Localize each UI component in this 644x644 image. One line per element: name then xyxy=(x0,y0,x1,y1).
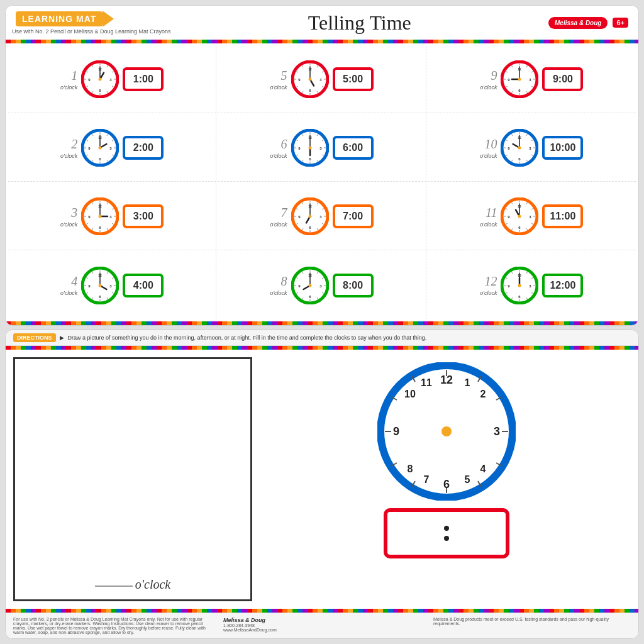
top-panel: LEARNING MAT Use with No. 2 Pencil or Me… xyxy=(5,5,639,326)
big-time-box xyxy=(384,508,509,558)
time-box: 11:00 xyxy=(542,204,583,228)
oclock-label: o'clock xyxy=(270,221,287,228)
clock-number: 1 xyxy=(65,69,77,83)
brand-badge: Melissa & Doug xyxy=(548,17,608,29)
clock-cell: 9o'clock123699:00 xyxy=(428,46,636,113)
clock-svg: 12369 xyxy=(291,60,329,98)
clock-number: 7 xyxy=(275,206,287,220)
clock-svg: 12369 xyxy=(81,267,119,304)
page-wrapper: LEARNING MAT Use with No. 2 Pencil or Me… xyxy=(0,0,644,644)
number-label-group: 3o'clock xyxy=(60,206,77,228)
clock-svg: 12369 xyxy=(81,60,119,98)
clock-svg: 12369 xyxy=(501,60,538,98)
clock-cell: 2o'clock123692:00 xyxy=(8,114,216,182)
svg-text:8: 8 xyxy=(408,464,413,474)
clock-cell: 8o'clock123698:00 xyxy=(218,252,426,319)
clock-svg: 12369 xyxy=(501,267,538,304)
bottom-content: o'clock xyxy=(6,350,638,609)
svg-text:5: 5 xyxy=(465,474,470,485)
clock-cell: 1o'clock123691:00 xyxy=(8,46,216,113)
svg-point-199 xyxy=(99,284,102,287)
clock-number: 5 xyxy=(275,69,287,83)
clock-number: 2 xyxy=(65,137,77,152)
clock-number: 9 xyxy=(484,69,497,83)
header-right: Melissa & Doug 6+ xyxy=(548,17,628,29)
footer-phone: 1-800-284-3948 xyxy=(223,623,421,628)
footer-brand: Melissa & Doug xyxy=(223,617,421,623)
svg-point-219 xyxy=(308,284,311,287)
svg-text:11: 11 xyxy=(421,377,432,388)
bottom-panel: DIRECTIONS ▶ Draw a picture of something… xyxy=(5,330,639,639)
dot-top xyxy=(444,526,449,531)
clock-number: 3 xyxy=(65,206,77,220)
clock-number: 10 xyxy=(484,137,497,152)
clock-cell: 3o'clock123693:00 xyxy=(8,183,216,250)
clock-svg: 12369 xyxy=(291,267,329,304)
oclock-bottom-label: o'clock xyxy=(95,577,170,592)
clock-cell: 12o'clock1236912:00 xyxy=(428,252,636,319)
header-subtitle: Use with No. 2 Pencil or Melissa & Doug … xyxy=(12,28,171,35)
time-box: 6:00 xyxy=(333,136,374,160)
oclock-label: o'clock xyxy=(480,84,497,91)
blank-line xyxy=(95,586,133,587)
clock-number: 6 xyxy=(275,137,287,152)
number-label-group: 8o'clock xyxy=(270,274,287,296)
clock-cell: 4o'clock123694:00 xyxy=(8,252,216,319)
time-box: 8:00 xyxy=(333,274,374,297)
oclock-label: o'clock xyxy=(270,84,287,91)
svg-point-59 xyxy=(518,78,521,81)
clock-cell: 5o'clock123695:00 xyxy=(218,46,426,113)
svg-text:7: 7 xyxy=(424,474,430,485)
svg-text:3: 3 xyxy=(494,425,500,438)
footer-bar: For use with No. 2 pencils or Melissa & … xyxy=(6,613,638,638)
number-label-group: 12o'clock xyxy=(480,274,497,296)
star-row-bottom xyxy=(6,321,638,325)
svg-text:2: 2 xyxy=(480,389,486,399)
svg-point-119 xyxy=(518,147,521,150)
header: LEARNING MAT Use with No. 2 Pencil or Me… xyxy=(6,6,638,40)
svg-text:4: 4 xyxy=(480,464,486,474)
clock-cell: 6o'clock123696:00 xyxy=(218,114,426,182)
number-label-group: 9o'clock xyxy=(480,69,497,91)
clock-cell: 11o'clock1236911:00 xyxy=(428,183,636,250)
clock-svg: 12369 xyxy=(81,197,119,235)
clock-number: 12 xyxy=(484,274,497,289)
learning-mat-badge: LEARNING MAT xyxy=(16,11,103,26)
number-label-group: 10o'clock xyxy=(480,137,497,159)
clock-cell: 10o'clock1236910:00 xyxy=(428,114,636,182)
time-box: 9:00 xyxy=(542,67,583,91)
number-label-group: 1o'clock xyxy=(60,69,77,91)
directions-text: Draw a picture of something you do in th… xyxy=(68,335,427,341)
number-label-group: 2o'clock xyxy=(60,137,77,159)
time-box: 4:00 xyxy=(123,274,164,297)
time-box: 10:00 xyxy=(542,136,583,160)
number-label-group: 7o'clock xyxy=(270,206,287,228)
oclock-label: o'clock xyxy=(270,153,287,159)
svg-text:6: 6 xyxy=(443,478,450,491)
age-badge: 6+ xyxy=(613,18,628,28)
clock-number: 11 xyxy=(484,206,497,220)
oclock-label: o'clock xyxy=(480,221,497,228)
svg-point-99 xyxy=(308,147,311,150)
right-section: 12 6 3 9 2 10 8 4 1 11 7 5 xyxy=(262,357,631,601)
colon-dots xyxy=(444,526,449,541)
dot-bottom xyxy=(444,536,449,541)
svg-point-159 xyxy=(308,215,311,218)
svg-point-79 xyxy=(99,147,102,150)
footer-right: Melissa & Doug products meet or exceed U… xyxy=(433,617,631,626)
svg-point-19 xyxy=(99,78,102,81)
svg-point-179 xyxy=(518,215,521,218)
svg-text:12: 12 xyxy=(440,374,453,386)
clock-number: 8 xyxy=(275,274,287,289)
clock-svg: 12369 xyxy=(291,129,329,167)
svg-point-39 xyxy=(308,78,311,81)
oclock-label: o'clock xyxy=(60,153,77,159)
directions-badge: DIRECTIONS xyxy=(13,333,56,342)
footer-center: Melissa & Doug 1-800-284-3948 www.Meliss… xyxy=(223,617,421,632)
svg-point-265 xyxy=(441,426,452,436)
header-left: LEARNING MAT Use with No. 2 Pencil or Me… xyxy=(16,11,171,35)
clock-svg: 12369 xyxy=(501,197,538,235)
clock-svg: 12369 xyxy=(291,197,329,235)
oclock-label: o'clock xyxy=(60,290,77,296)
svg-point-139 xyxy=(99,215,102,218)
